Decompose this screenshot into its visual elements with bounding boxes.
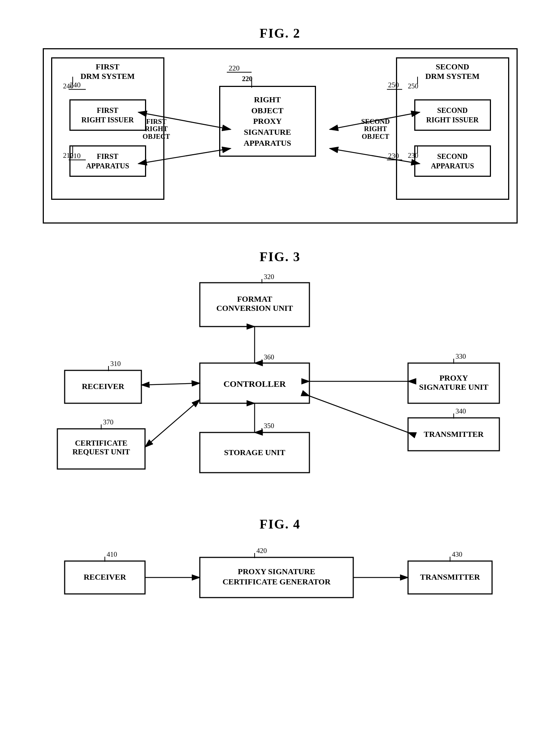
svg-text:TRANSMITTER: TRANSMITTER	[424, 430, 484, 439]
svg-text:CONTROLLER: CONTROLLER	[223, 379, 286, 389]
fig4-title: FIG. 4	[259, 516, 300, 532]
svg-text:SIGNATURE UNIT: SIGNATURE UNIT	[419, 382, 488, 392]
svg-text:350: 350	[264, 422, 274, 430]
fig2-diagram: 220 240 210 250 230 FIRST RIGHT OBJECT	[43, 48, 518, 224]
fig2-title: FIG. 2	[259, 26, 300, 41]
svg-text:310: 310	[110, 360, 121, 367]
svg-text:RECEIVER: RECEIVER	[81, 382, 124, 391]
fig4-section: FIG. 4 RECEIVER 410 PROXY SIGNATURE CERT…	[22, 506, 538, 612]
svg-line-47	[141, 383, 200, 385]
svg-text:RIGHT: RIGHT	[364, 125, 387, 133]
svg-text:TRANSMITTER: TRANSMITTER	[420, 572, 480, 581]
svg-text:420: 420	[256, 547, 267, 554]
svg-text:SECOND: SECOND	[361, 118, 389, 125]
svg-text:CERTIFICATE GENERATOR: CERTIFICATE GENERATOR	[222, 577, 331, 586]
first-drm-system-label: FIRSTDRM SYSTEM	[80, 62, 135, 81]
fig3-section: FIG. 3 FORMAT CONVERSION UNIT	[22, 238, 538, 491]
svg-text:OBJECT: OBJECT	[362, 133, 389, 140]
fig3-title: FIG. 3	[259, 249, 300, 264]
svg-line-53	[145, 400, 200, 447]
svg-text:CONVERSION UNIT: CONVERSION UNIT	[216, 304, 293, 313]
svg-text:FORMAT: FORMAT	[237, 294, 272, 304]
fig2-section: FIG. 2 220 240	[22, 15, 538, 224]
svg-text:360: 360	[264, 353, 274, 361]
second-drm-system-box: SECONDDRM SYSTEM 250 SECONDRIGHT ISSUER …	[396, 57, 509, 200]
center-ropsa-box: 220 RIGHTOBJECTPROXYSIGNATUREAPPARATUS	[219, 86, 316, 157]
second-drm-system-label: SECONDDRM SYSTEM	[425, 62, 480, 81]
svg-text:CERTIFICATE: CERTIFICATE	[75, 439, 127, 447]
svg-text:REQUEST UNIT: REQUEST UNIT	[72, 447, 130, 456]
second-right-issuer-box: SECONDRIGHT ISSUER	[414, 99, 491, 131]
fig4-diagram: RECEIVER 410 PROXY SIGNATURE CERTIFICATE…	[43, 539, 518, 612]
svg-text:PROXY: PROXY	[439, 373, 468, 382]
first-apparatus-box: FIRSTAPPARATUS	[69, 145, 146, 177]
first-right-issuer-box: FIRSTRIGHT ISSUER	[69, 99, 146, 131]
svg-text:330: 330	[456, 352, 466, 360]
svg-text:320: 320	[264, 273, 274, 281]
fig3-diagram: FORMAT CONVERSION UNIT 320 CONTROLLER 36…	[43, 272, 518, 491]
svg-text:410: 410	[107, 550, 117, 558]
svg-text:220: 220	[229, 64, 240, 72]
svg-text:STORAGE UNIT: STORAGE UNIT	[224, 448, 285, 457]
svg-text:340: 340	[456, 407, 466, 415]
svg-text:PROXY SIGNATURE: PROXY SIGNATURE	[237, 567, 315, 576]
svg-text:430: 430	[452, 550, 462, 558]
first-drm-system-box: FIRSTDRM SYSTEM 240 FIRSTRIGHT ISSUER 21…	[51, 57, 164, 200]
svg-text:370: 370	[103, 418, 114, 426]
svg-text:RECEIVER: RECEIVER	[83, 572, 126, 581]
svg-line-64	[309, 396, 408, 432]
second-apparatus-box: SECONDAPPARATUS	[414, 145, 491, 177]
